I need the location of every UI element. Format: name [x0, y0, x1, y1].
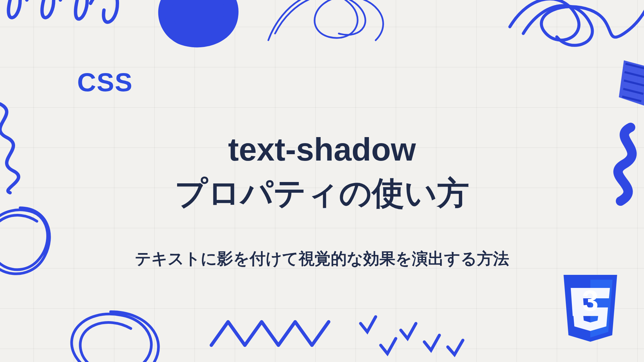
- subtitle-text: テキストに影を付けて視覚的な効果を演出する方法: [27, 248, 617, 269]
- doodle-scribble-top-right: [503, 0, 644, 54]
- doodle-loops-top-left: [0, 0, 124, 54]
- category-label: CSS: [77, 67, 617, 98]
- title-line-1: text-shadow: [228, 131, 416, 167]
- doodle-zigzag-bottom: [208, 315, 335, 355]
- doodle-spiral-bottom-left: [47, 302, 174, 362]
- css3-logo-icon: 3: [557, 275, 624, 349]
- doodle-swirl-top: [262, 0, 402, 47]
- css3-logo-number: 3: [582, 284, 599, 317]
- doodle-scribble-ball: [154, 0, 241, 54]
- doodle-checks-bottom: [356, 312, 476, 359]
- content-area: CSS text-shadow プロパティの使い方 テキストに影を付けて視覚的な…: [0, 67, 644, 269]
- title-line-2: プロパティの使い方: [175, 175, 469, 211]
- main-title: text-shadow プロパティの使い方: [27, 128, 617, 215]
